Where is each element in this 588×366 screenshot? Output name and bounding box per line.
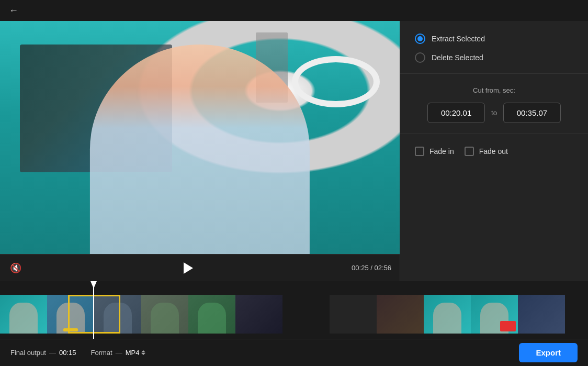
to-label: to	[491, 109, 497, 117]
cut-label: Cut from, sec:	[415, 86, 573, 94]
final-output-label: Final output	[10, 349, 46, 357]
playhead	[93, 281, 94, 339]
playhead-top	[91, 281, 97, 289]
thumb-person	[433, 303, 461, 334]
back-button[interactable]: ←	[6, 3, 21, 18]
list-item[interactable]	[330, 295, 377, 334]
chevron-up-icon	[141, 350, 145, 352]
list-item[interactable]	[282, 295, 330, 334]
format-value: MP4	[126, 349, 140, 357]
play-button[interactable]	[179, 260, 196, 276]
cut-from-input[interactable]: 00:20.01	[427, 103, 485, 123]
format-info: Format — MP4	[91, 349, 145, 357]
video-panel: 🔇 00:25 / 02:56	[0, 21, 400, 281]
top-bar: ←	[0, 0, 588, 21]
format-chevron	[141, 350, 145, 355]
output-info: Final output — 00:15	[10, 349, 76, 357]
main-area: 🔇 00:25 / 02:56 Extract Selected Delete	[0, 21, 588, 281]
selected-indicator	[63, 328, 78, 331]
thumb-person	[198, 303, 226, 334]
list-item[interactable]	[235, 295, 282, 334]
list-item[interactable]	[141, 295, 188, 334]
list-item[interactable]	[377, 295, 424, 334]
cut-section: Cut from, sec: 00:20.01 to 00:35.07	[400, 74, 588, 134]
thumb-person	[151, 303, 179, 334]
fade-out-label: Fade out	[479, 147, 508, 156]
fade-section: Fade in Fade out	[400, 134, 588, 169]
mute-icon: 🔇	[10, 262, 21, 274]
fade-out-option[interactable]: Fade out	[465, 147, 508, 156]
video-frame	[0, 21, 400, 254]
fade-in-label: Fade in	[429, 147, 454, 156]
fade-in-option[interactable]: Fade in	[415, 147, 454, 156]
time-range: 00:20.01 to 00:35.07	[415, 103, 573, 123]
fade-in-checkbox[interactable]	[415, 147, 424, 156]
delete-label: Delete Selected	[432, 53, 483, 62]
export-button[interactable]: Export	[519, 343, 578, 362]
format-select[interactable]: MP4	[126, 349, 146, 357]
list-item[interactable]	[471, 295, 518, 334]
time-display: 00:25 / 02:56	[352, 264, 391, 272]
timeline-area	[0, 281, 588, 339]
list-item[interactable]	[424, 295, 471, 334]
list-item[interactable]	[518, 295, 565, 334]
format-label: Format	[91, 349, 112, 357]
list-item[interactable]	[94, 295, 141, 334]
timeline-track[interactable]	[0, 295, 588, 334]
list-item[interactable]	[188, 295, 235, 334]
cut-to-input[interactable]: 00:35.07	[503, 103, 561, 123]
extract-radio-inner	[417, 36, 423, 41]
right-panel: Extract Selected Delete Selected Cut fro…	[400, 21, 588, 281]
extract-option[interactable]: Extract Selected	[415, 34, 573, 44]
video-person	[90, 45, 310, 254]
options-section: Extract Selected Delete Selected	[400, 21, 588, 74]
play-button-container	[29, 260, 345, 276]
thumb-person	[9, 303, 38, 334]
extract-radio[interactable]	[415, 34, 425, 44]
list-item[interactable]	[0, 295, 47, 334]
format-dash: —	[116, 349, 122, 357]
controls-bar: 🔇 00:25 / 02:56	[0, 254, 400, 281]
chevron-down-icon	[141, 353, 145, 355]
output-dash: —	[49, 349, 56, 357]
fade-out-checkbox[interactable]	[465, 147, 474, 156]
mute-button[interactable]: 🔇	[8, 261, 23, 275]
delete-radio[interactable]	[415, 52, 425, 63]
output-duration: 00:15	[59, 349, 76, 357]
thumb-person	[104, 303, 132, 334]
bottom-bar: Final output — 00:15 Format — MP4 Export	[0, 339, 588, 366]
back-icon: ←	[9, 5, 18, 16]
list-item[interactable]	[47, 295, 94, 334]
extract-label: Extract Selected	[432, 35, 485, 43]
delete-option[interactable]: Delete Selected	[415, 52, 573, 63]
play-icon	[184, 262, 193, 274]
badge	[500, 321, 516, 331]
video-container	[0, 21, 400, 254]
